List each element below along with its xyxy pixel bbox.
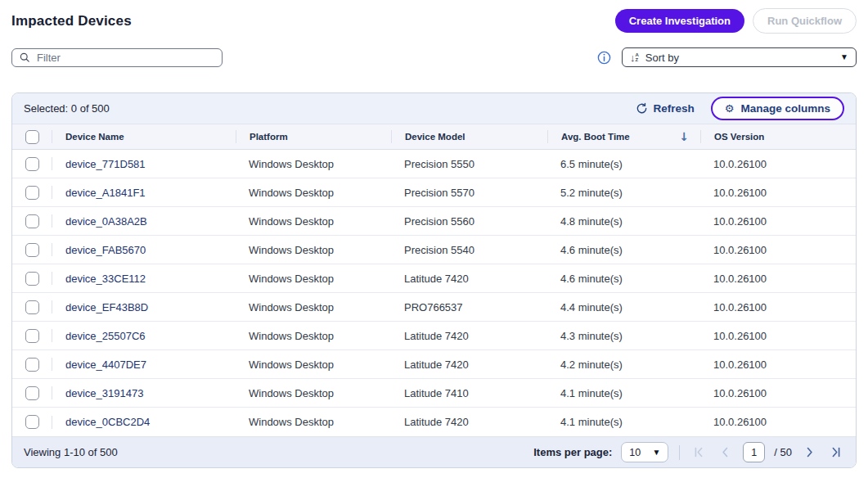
filter-sort-row: ↓ AZ Sort by ▼ [11,47,857,67]
boot-time-cell: 4.6 minute(s) [547,244,700,256]
device-name-link[interactable]: device_0CBC2D4 [65,416,150,428]
boot-time-cell: 4.4 minute(s) [547,301,700,313]
page-header: Impacted Devices Create Investigation Ru… [11,8,857,34]
table-footer: Viewing 1-10 of 500 Items per page: 10 ▼… [12,436,856,467]
device-model-cell: Latitude 7410 [391,387,547,399]
device-model-cell: Latitude 7420 [391,416,547,428]
table-row: device_3191473 Windows Desktop Latitude … [12,379,856,408]
table-header-row: Device Name Platform Device Model Avg. B… [12,124,856,150]
device-name-link[interactable]: device_771D581 [65,158,146,170]
device-model-cell: Latitude 7420 [391,273,547,285]
table-row: device_4407DE7 Windows Desktop Latitude … [12,350,856,379]
platform-cell: Windows Desktop [236,416,391,428]
header-checkbox-cell [12,124,52,149]
previous-page-button[interactable] [717,444,734,461]
device-model-cell: Latitude 7420 [391,358,547,371]
boot-time-cell: 4.3 minute(s) [547,330,700,342]
os-version-cell: 10.0.26100 [700,330,856,342]
impacted-devices-page: Impacted Devices Create Investigation Ru… [0,0,868,468]
row-checkbox[interactable] [25,329,39,343]
sort-descending-icon[interactable]: ↓ [679,131,689,142]
selected-count: Selected: 0 of 500 [24,102,110,115]
devices-table-card: Selected: 0 of 500 Refresh ⚙ Manage colu… [11,92,857,468]
device-model-cell: Precision 5540 [391,244,547,256]
device-model-cell: Latitude 7420 [391,330,547,342]
device-name-link[interactable]: device_A1841F1 [65,187,146,199]
os-version-cell: 10.0.26100 [700,387,856,399]
filter-box [11,48,223,67]
viewing-range: Viewing 1-10 of 500 [24,446,118,458]
device-name-link[interactable]: device_25507C6 [65,330,146,342]
row-checkbox[interactable] [25,272,39,286]
select-all-checkbox[interactable] [25,130,39,144]
boot-time-cell: 4.1 minute(s) [547,416,700,428]
row-checkbox[interactable] [25,243,39,257]
device-name-link[interactable]: device_33CE112 [65,273,146,285]
device-name-link[interactable]: device_0A38A2B [65,215,147,228]
column-header-os-version[interactable]: OS Version [700,130,856,143]
page-total: / 50 [774,446,792,458]
table-row: device_0A38A2B Windows Desktop Precision… [12,207,856,236]
row-checkbox[interactable] [25,300,39,314]
refresh-button[interactable]: Refresh [636,102,695,115]
gear-icon: ⚙ [725,103,735,114]
next-page-button[interactable] [801,444,818,461]
manage-columns-button[interactable]: ⚙ Manage columns [711,97,844,120]
create-investigation-button[interactable]: Create Investigation [615,9,744,33]
boot-time-cell: 4.6 minute(s) [547,273,700,285]
platform-cell: Windows Desktop [236,358,391,371]
table-row: device_25507C6 Windows Desktop Latitude … [12,322,856,350]
search-icon [19,52,31,64]
row-checkbox[interactable] [25,386,39,400]
os-version-cell: 10.0.26100 [700,358,856,371]
row-checkbox[interactable] [25,415,39,429]
last-page-button[interactable] [827,444,844,461]
header-actions: Create Investigation Run Quickflow [615,8,857,34]
row-checkbox[interactable] [25,214,39,228]
platform-cell: Windows Desktop [236,330,391,342]
device-name-link[interactable]: device_4407DE7 [65,358,146,371]
table-row: device_33CE112 Windows Desktop Latitude … [12,264,856,293]
items-per-page-select[interactable]: 10 ▼ [621,442,668,462]
column-header-device-model[interactable]: Device Model [391,130,547,143]
row-checkbox[interactable] [25,157,39,171]
os-version-cell: 10.0.26100 [700,244,856,256]
device-name-link[interactable]: device_EF43B8D [65,301,148,313]
platform-cell: Windows Desktop [236,215,391,228]
pagination-controls: Items per page: 10 ▼ / 50 [533,442,844,462]
platform-cell: Windows Desktop [236,158,391,170]
os-version-cell: 10.0.26100 [700,158,856,170]
page-title: Impacted Devices [11,8,132,29]
table-row: device_FAB5670 Windows Desktop Precision… [12,236,856,264]
sort-az-icon: ↓ AZ [630,52,639,63]
page-number-input[interactable] [743,442,765,462]
device-name-link[interactable]: device_FAB5670 [65,244,146,256]
platform-cell: Windows Desktop [236,244,391,256]
platform-cell: Windows Desktop [236,301,391,313]
first-page-button[interactable] [690,444,708,461]
sort-by-dropdown[interactable]: ↓ AZ Sort by ▼ [622,47,857,67]
table-body: device_771D581 Windows Desktop Precision… [12,150,856,436]
os-version-cell: 10.0.26100 [700,301,856,313]
info-icon[interactable] [596,50,612,65]
column-header-avg-boot-time[interactable]: Avg. Boot Time ↓ [547,130,700,143]
table-row: device_0CBC2D4 Windows Desktop Latitude … [12,408,856,436]
row-checkbox[interactable] [25,186,39,200]
table-actions: Refresh ⚙ Manage columns [636,97,844,120]
os-version-cell: 10.0.26100 [700,416,856,428]
column-header-device-name[interactable]: Device Name [52,130,236,143]
os-version-cell: 10.0.26100 [700,273,856,285]
column-header-platform[interactable]: Platform [236,130,391,143]
device-name-link[interactable]: device_3191473 [65,387,143,399]
boot-time-cell: 4.1 minute(s) [547,387,700,399]
run-quickflow-button[interactable]: Run Quickflow [753,8,857,34]
selection-toolbar: Selected: 0 of 500 Refresh ⚙ Manage colu… [12,93,856,124]
boot-time-cell: 4.8 minute(s) [547,215,700,228]
footer-divider [679,445,680,460]
chevron-down-icon: ▼ [840,53,848,61]
table-row: device_771D581 Windows Desktop Precision… [12,150,856,178]
row-checkbox[interactable] [25,358,39,372]
items-per-page-label: Items per page: [533,446,612,458]
boot-time-cell: 5.2 minute(s) [547,187,700,199]
filter-input[interactable] [37,52,215,64]
